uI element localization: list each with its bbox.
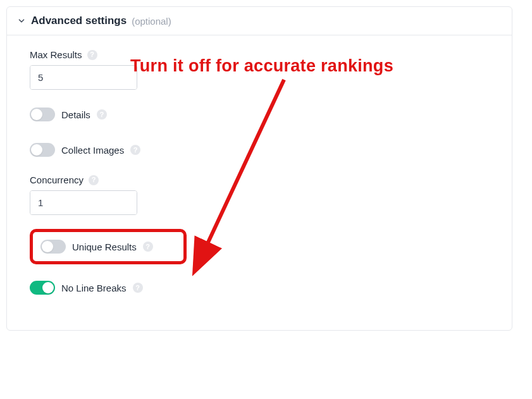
details-row: Details ?	[30, 104, 489, 125]
panel-body: Max Results ? + − Details ?	[7, 35, 512, 305]
advanced-settings-toggle[interactable]: Advanced settings (optional)	[7, 7, 512, 35]
help-icon[interactable]: ?	[130, 145, 140, 155]
toggle-knob	[42, 241, 53, 252]
concurrency-label: Concurrency	[30, 175, 84, 185]
no-line-breaks-toggle[interactable]	[30, 281, 55, 295]
help-icon[interactable]: ?	[89, 175, 99, 185]
details-toggle[interactable]	[30, 107, 55, 121]
chevron-down-icon	[17, 16, 26, 25]
unique-results-toggle[interactable]	[40, 240, 66, 254]
help-icon[interactable]: ?	[97, 109, 107, 120]
help-icon[interactable]: ?	[87, 50, 97, 60]
unique-results-row: Unique Results ?	[40, 237, 153, 256]
toggle-knob	[42, 282, 54, 293]
max-results-field: Max Results ? + −	[30, 49, 489, 90]
max-results-label-row: Max Results ?	[30, 49, 489, 60]
concurrency-label-row: Concurrency ?	[30, 175, 489, 185]
section-subtitle: (optional)	[132, 16, 171, 27]
details-label: Details	[61, 109, 90, 120]
no-line-breaks-row: No Line Breaks ?	[30, 277, 489, 298]
collect-images-row: Collect Images ?	[30, 139, 489, 161]
help-icon[interactable]: ?	[143, 242, 153, 252]
advanced-settings-panel: Advanced settings (optional) Max Results…	[6, 6, 512, 331]
help-icon[interactable]: ?	[133, 283, 143, 293]
no-line-breaks-label: No Line Breaks	[61, 283, 127, 293]
collect-images-toggle[interactable]	[30, 143, 55, 157]
concurrency-input[interactable]	[30, 191, 137, 214]
unique-results-highlight: Unique Results ?	[30, 229, 187, 264]
unique-results-label: Unique Results	[72, 242, 137, 252]
max-results-input[interactable]	[30, 66, 137, 89]
toggle-knob	[31, 109, 42, 120]
max-results-stepper: + −	[30, 65, 137, 90]
toggle-knob	[31, 144, 42, 156]
concurrency-stepper: + −	[30, 190, 137, 215]
concurrency-field: Concurrency ? + −	[30, 175, 489, 215]
max-results-label: Max Results	[30, 49, 82, 60]
collect-images-label: Collect Images	[61, 145, 124, 156]
section-title: Advanced settings	[31, 15, 127, 27]
